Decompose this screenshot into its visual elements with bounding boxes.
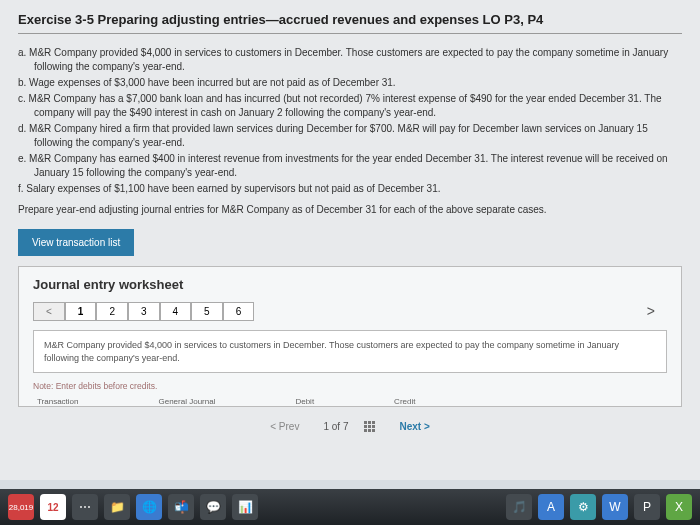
col-journal: General Journal (159, 397, 216, 406)
notification-badge[interactable]: 28,019 (8, 494, 34, 520)
app-store-icon[interactable]: A (538, 494, 564, 520)
worksheet-title: Journal entry worksheet (33, 277, 667, 292)
tab-next[interactable]: > (635, 300, 667, 322)
page-count: 1 of 7 (323, 421, 348, 432)
item-f: f. Salary expenses of $1,100 have been e… (18, 182, 682, 196)
tab-3[interactable]: 3 (128, 302, 160, 321)
item-d: d. M&R Company hired a firm that provide… (18, 122, 682, 150)
tab-1[interactable]: 1 (65, 302, 97, 321)
excel-icon[interactable]: X (666, 494, 692, 520)
app-icon[interactable]: ⋯ (72, 494, 98, 520)
music-icon[interactable]: 🎵 (506, 494, 532, 520)
col-transaction: Transaction (37, 397, 79, 406)
powerpoint-icon[interactable]: P (634, 494, 660, 520)
col-credit: Credit (394, 397, 415, 406)
item-a: a. M&R Company provided $4,000 in servic… (18, 46, 682, 74)
tab-6[interactable]: 6 (223, 302, 255, 321)
journal-worksheet: Journal entry worksheet < 1 2 3 4 5 6 > … (18, 266, 682, 407)
app-icon[interactable]: 📁 (104, 494, 130, 520)
tab-2[interactable]: 2 (96, 302, 128, 321)
page-title: Exercise 3-5 Preparing adjusting entries… (18, 12, 682, 34)
tab-4[interactable]: 4 (160, 302, 192, 321)
item-b: b. Wage expenses of $3,000 have been inc… (18, 76, 682, 90)
app-icon[interactable]: 📬 (168, 494, 194, 520)
problem-items: a. M&R Company provided $4,000 in servic… (18, 46, 682, 196)
app-icon[interactable]: 💬 (200, 494, 226, 520)
view-transaction-list-button[interactable]: View transaction list (18, 229, 134, 256)
entry-description: M&R Company provided $4,000 in services … (33, 330, 667, 373)
col-debit: Debit (295, 397, 314, 406)
app-icon[interactable]: 🌐 (136, 494, 162, 520)
word-icon[interactable]: W (602, 494, 628, 520)
tab-5[interactable]: 5 (191, 302, 223, 321)
taskbar: 28,019 12 ⋯ 📁 🌐 📬 💬 📊 🎵 A ⚙ W P X (0, 489, 700, 525)
calendar-icon[interactable]: 12 (40, 494, 66, 520)
app-icon[interactable]: 📊 (232, 494, 258, 520)
tab-prev[interactable]: < (33, 302, 65, 321)
next-button[interactable]: Next > (391, 417, 437, 436)
worksheet-tabs: < 1 2 3 4 5 6 > (33, 300, 667, 322)
pagination-nav: < Prev 1 of 7 Next > (18, 407, 682, 442)
prev-button[interactable]: < Prev (262, 417, 307, 436)
table-header-row: Transaction General Journal Debit Credit (33, 397, 667, 406)
entry-note: Note: Enter debits before credits. (33, 381, 667, 391)
item-e: e. M&R Company has earned $400 in intere… (18, 152, 682, 180)
item-c: c. M&R Company has a $7,000 bank loan an… (18, 92, 682, 120)
grid-view-icon[interactable] (364, 421, 375, 432)
instruction-text: Prepare year-end adjusting journal entri… (18, 204, 682, 215)
settings-icon[interactable]: ⚙ (570, 494, 596, 520)
